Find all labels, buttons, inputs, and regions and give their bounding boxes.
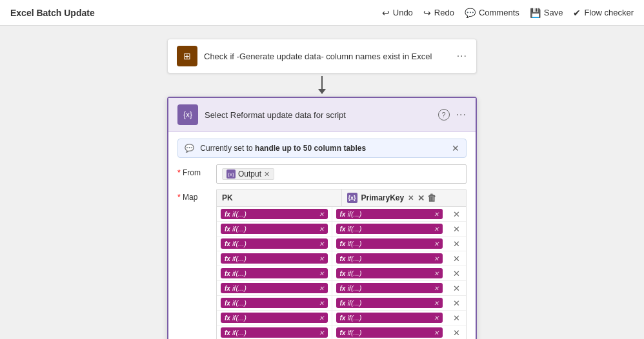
from-label: * From bbox=[177, 164, 216, 177]
fx-label-right: if(...) bbox=[347, 210, 361, 218]
col2-remove-button[interactable]: ✕ bbox=[408, 194, 414, 202]
fx-remove-right[interactable]: ✕ bbox=[434, 255, 439, 262]
fx-badge-right[interactable]: fx if(...) ✕ bbox=[336, 313, 443, 323]
fx-icon-right: fx bbox=[340, 329, 346, 336]
fx-badge-right[interactable]: fx if(...) ✕ bbox=[336, 224, 443, 234]
fx-badge-left[interactable]: fx if(...) ✕ bbox=[221, 327, 328, 338]
row-x-button[interactable]: ✕ bbox=[453, 254, 460, 264]
undo-icon: ↩ bbox=[382, 8, 390, 18]
token-icon: {x} bbox=[226, 170, 236, 179]
fx-remove-right[interactable]: ✕ bbox=[434, 300, 439, 307]
fx-badge-right[interactable]: fx if(...) ✕ bbox=[336, 268, 443, 278]
fx-badge-right[interactable]: fx if(...) ✕ bbox=[336, 253, 443, 264]
arrow-head bbox=[318, 89, 326, 94]
fx-label-right: if(...) bbox=[347, 225, 361, 233]
row-x-button[interactable]: ✕ bbox=[453, 284, 460, 293]
table-row: fx if(...) ✕ fx if(...) ✕ ✕ bbox=[217, 251, 466, 266]
row-x-button[interactable]: ✕ bbox=[453, 209, 460, 219]
redo-button[interactable]: ↪ Redo bbox=[423, 8, 454, 18]
arrow-connector bbox=[318, 76, 326, 94]
fx-icon-right: fx bbox=[340, 240, 346, 247]
map-row-delete[interactable]: ✕ bbox=[447, 296, 466, 310]
map-cell-left: fx if(...) ✕ bbox=[217, 237, 332, 251]
map-row-delete[interactable]: ✕ bbox=[447, 311, 466, 325]
token-remove-button[interactable]: ✕ bbox=[264, 170, 270, 179]
map-cell-left: fx if(...) ✕ bbox=[217, 281, 332, 295]
row-x-button[interactable]: ✕ bbox=[453, 328, 460, 338]
arrow-line bbox=[321, 76, 323, 89]
map-row-delete[interactable]: ✕ bbox=[447, 208, 466, 221]
fx-remove-right[interactable]: ✕ bbox=[434, 315, 439, 322]
fx-remove-left[interactable]: ✕ bbox=[319, 300, 324, 307]
fx-badge-left[interactable]: fx if(...) ✕ bbox=[221, 298, 328, 308]
fx-remove-left[interactable]: ✕ bbox=[319, 240, 324, 247]
fx-icon-left: fx bbox=[225, 270, 230, 277]
map-delete-button[interactable]: 🗑 bbox=[427, 193, 436, 203]
fx-remove-right[interactable]: ✕ bbox=[434, 329, 439, 336]
fx-badge-right[interactable]: fx if(...) ✕ bbox=[336, 283, 443, 293]
map-row-delete[interactable]: ✕ bbox=[447, 282, 466, 295]
comment-icon: 💬 bbox=[465, 8, 476, 18]
fx-badge-left[interactable]: fx if(...) ✕ bbox=[221, 224, 328, 234]
fx-icon-right: fx bbox=[340, 315, 346, 322]
fx-remove-right[interactable]: ✕ bbox=[434, 270, 439, 277]
map-row-delete[interactable]: ✕ bbox=[447, 267, 466, 280]
from-token-input[interactable]: {x} Output ✕ bbox=[216, 164, 467, 184]
step2-more-button[interactable]: ··· bbox=[456, 109, 467, 121]
step1-more-button[interactable]: ··· bbox=[457, 50, 467, 62]
fx-remove-left[interactable]: ✕ bbox=[319, 285, 324, 292]
row-x-button[interactable]: ✕ bbox=[453, 239, 460, 249]
fx-badge-right[interactable]: fx if(...) ✕ bbox=[336, 238, 443, 249]
fx-badge-right[interactable]: fx if(...) ✕ bbox=[336, 327, 443, 338]
row-x-button[interactable]: ✕ bbox=[453, 298, 460, 308]
fx-label-left: if(...) bbox=[232, 269, 247, 277]
row-x-button[interactable]: ✕ bbox=[453, 313, 460, 323]
app-title: Excel Batch Update bbox=[10, 8, 95, 18]
fx-label-left: if(...) bbox=[232, 255, 247, 262]
fx-remove-left[interactable]: ✕ bbox=[319, 211, 324, 218]
fx-badge-left[interactable]: fx if(...) ✕ bbox=[221, 209, 328, 219]
map-remove-col-button[interactable]: ✕ bbox=[418, 193, 425, 203]
fx-remove-left[interactable]: ✕ bbox=[319, 226, 324, 233]
map-row-delete[interactable]: ✕ bbox=[447, 252, 466, 266]
fx-badge-left[interactable]: fx if(...) ✕ bbox=[221, 268, 328, 278]
save-button[interactable]: 💾 Save bbox=[530, 8, 563, 18]
fx-remove-right[interactable]: ✕ bbox=[434, 226, 439, 233]
comments-button[interactable]: 💬 Comments bbox=[465, 8, 519, 18]
fx-badge-right[interactable]: fx if(...) ✕ bbox=[336, 209, 443, 219]
fx-icon-left: fx bbox=[225, 329, 230, 336]
map-cell-left: fx if(...) ✕ bbox=[217, 311, 332, 325]
from-field[interactable]: {x} Output ✕ bbox=[216, 164, 467, 184]
fx-remove-right[interactable]: ✕ bbox=[434, 285, 439, 292]
row-x-button[interactable]: ✕ bbox=[453, 269, 460, 278]
map-row-delete[interactable]: ✕ bbox=[447, 222, 466, 236]
flow-checker-button[interactable]: ✔ Flow checker bbox=[573, 8, 634, 18]
map-row-delete[interactable]: ✕ bbox=[447, 326, 466, 340]
table-row: fx if(...) ✕ fx if(...) ✕ ✕ bbox=[217, 281, 466, 296]
table-row: fx if(...) ✕ fx if(...) ✕ ✕ bbox=[217, 237, 466, 251]
fx-remove-left[interactable]: ✕ bbox=[319, 329, 324, 336]
fx-remove-left[interactable]: ✕ bbox=[319, 315, 324, 322]
fx-badge-left[interactable]: fx if(...) ✕ bbox=[221, 253, 328, 264]
map-col2-header: {x} PrimaryKey ✕ ✕ 🗑 bbox=[341, 189, 467, 206]
fx-label-right: if(...) bbox=[347, 269, 361, 277]
info-close-button[interactable]: ✕ bbox=[452, 143, 459, 153]
map-cell-left: fx if(...) ✕ bbox=[217, 325, 332, 339]
map-cell-right: fx if(...) ✕ bbox=[332, 251, 447, 266]
fx-badge-right[interactable]: fx if(...) ✕ bbox=[336, 298, 443, 308]
row-x-button[interactable]: ✕ bbox=[453, 224, 460, 234]
fx-icon-left: fx bbox=[225, 211, 230, 218]
fx-badge-left[interactable]: fx if(...) ✕ bbox=[221, 283, 328, 293]
fx-remove-right[interactable]: ✕ bbox=[434, 240, 439, 247]
fx-badge-left[interactable]: fx if(...) ✕ bbox=[221, 313, 328, 323]
fx-remove-left[interactable]: ✕ bbox=[319, 270, 324, 277]
fx-remove-left[interactable]: ✕ bbox=[319, 255, 324, 262]
fx-remove-right[interactable]: ✕ bbox=[434, 211, 439, 218]
map-cell-left: fx if(...) ✕ bbox=[217, 251, 332, 266]
help-button[interactable]: ? bbox=[438, 109, 450, 121]
undo-button[interactable]: ↩ Undo bbox=[382, 8, 413, 18]
map-row-delete[interactable]: ✕ bbox=[447, 237, 466, 251]
step2-icon: {x} bbox=[177, 104, 198, 125]
fx-badge-left[interactable]: fx if(...) ✕ bbox=[221, 238, 328, 249]
step2-header: {x} Select Reformat update data for scri… bbox=[168, 98, 476, 132]
